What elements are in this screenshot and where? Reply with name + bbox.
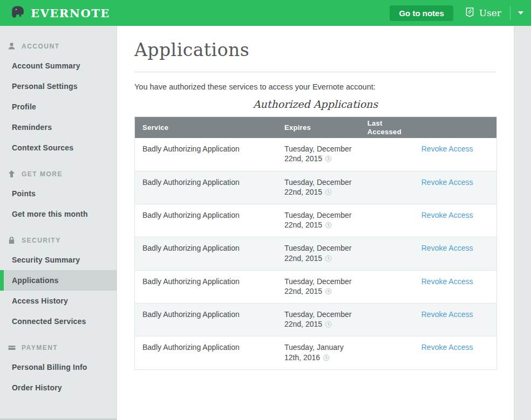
- last-accessed-cell: [360, 304, 414, 336]
- sidebar-item-connected-services[interactable]: Connected Services: [0, 311, 117, 332]
- column-header-actions: [414, 117, 497, 139]
- clock-icon: [323, 354, 330, 363]
- clock-icon: [325, 155, 332, 164]
- expires-cell: Tuesday, December 22nd, 2015: [277, 171, 360, 204]
- sidebar-item-personal-settings[interactable]: Personal Settings: [0, 76, 117, 97]
- service-cell: Badly Authorizing Application: [135, 270, 277, 303]
- clock-icon: [325, 254, 332, 264]
- table-row: Badly Authorizing Application Tuesday, D…: [135, 237, 497, 270]
- authorized-applications-table: Service Expires Last Accessed Badly Auth…: [134, 116, 497, 370]
- last-accessed-cell: [360, 204, 414, 237]
- sidebar-item-profile[interactable]: Profile: [0, 97, 117, 117]
- chevron-down-icon[interactable]: [518, 11, 523, 15]
- page-title: Applications: [134, 39, 496, 60]
- action-cell: Revoke Access: [414, 270, 497, 303]
- sidebar-item-applications[interactable]: Applications: [0, 270, 117, 291]
- expires-cell: Tuesday, December 22nd, 2015: [277, 304, 360, 336]
- action-cell: Revoke Access: [414, 237, 497, 270]
- user-badge-icon: [464, 6, 475, 20]
- credit-card-icon: [7, 343, 16, 352]
- top-header-bar: EVERNOTE Go to notes User: [0, 0, 531, 26]
- sidebar-item-order-history[interactable]: Order History: [0, 377, 117, 398]
- clock-icon: [325, 287, 332, 297]
- table-row: Badly Authorizing Application Tuesday, D…: [135, 138, 497, 171]
- expires-date: Tuesday, December 22nd, 2015: [284, 211, 352, 229]
- expires-cell: Tuesday, January 12th, 2016: [277, 336, 360, 369]
- table-caption: Authorized Applications: [134, 98, 496, 110]
- title-divider: [134, 72, 496, 72]
- evernote-logo[interactable]: EVERNOTE: [10, 4, 110, 22]
- sidebar-item-context-sources[interactable]: Context Sources: [0, 137, 117, 158]
- expires-date: Tuesday, December 22nd, 2015: [284, 144, 352, 163]
- action-cell: Revoke Access: [414, 138, 497, 171]
- last-accessed-cell: [360, 270, 414, 303]
- revoke-access-link[interactable]: Revoke Access: [421, 244, 473, 252]
- user-menu[interactable]: User: [464, 6, 501, 20]
- sidebar-item-personal-billing-info[interactable]: Personal Billing Info: [0, 357, 117, 377]
- table-header-row: Service Expires Last Accessed: [135, 117, 497, 139]
- clock-icon: [325, 221, 332, 231]
- table-row: Badly Authorizing Application Tuesday, D…: [135, 204, 497, 237]
- sidebar-item-account-summary[interactable]: Account Summary: [0, 56, 117, 76]
- table-row: Badly Authorizing Application Tuesday, J…: [135, 336, 497, 369]
- expires-cell: Tuesday, December 22nd, 2015: [277, 204, 360, 237]
- action-cell: Revoke Access: [414, 336, 497, 369]
- service-cell: Badly Authorizing Application: [135, 304, 277, 336]
- sidebar-item-access-history[interactable]: Access History: [0, 291, 117, 311]
- action-cell: Revoke Access: [414, 204, 497, 237]
- column-header-service: Service: [135, 117, 277, 139]
- service-cell: Badly Authorizing Application: [135, 171, 277, 204]
- expires-cell: Tuesday, December 22nd, 2015: [277, 270, 360, 303]
- applications-table-body: Badly Authorizing Application Tuesday, D…: [135, 138, 497, 369]
- elephant-icon: [10, 4, 26, 22]
- go-to-notes-button[interactable]: Go to notes: [390, 5, 453, 21]
- table-row: Badly Authorizing Application Tuesday, D…: [135, 171, 497, 204]
- action-cell: Revoke Access: [414, 304, 497, 336]
- revoke-access-link[interactable]: Revoke Access: [421, 178, 473, 187]
- service-cell: Badly Authorizing Application: [135, 138, 277, 171]
- action-cell: Revoke Access: [414, 171, 497, 204]
- sidebar-item-security-summary[interactable]: Security Summary: [0, 250, 117, 270]
- revoke-access-link[interactable]: Revoke Access: [421, 144, 473, 153]
- person-icon: [7, 42, 16, 50]
- sidebar-section-security-label: SECURITY: [22, 237, 61, 244]
- expires-date: Tuesday, December 22nd, 2015: [284, 178, 352, 196]
- expires-cell: Tuesday, December 22nd, 2015: [277, 237, 360, 270]
- sidebar-item-points[interactable]: Points: [0, 183, 117, 204]
- table-row: Badly Authorizing Application Tuesday, D…: [135, 304, 497, 336]
- sidebar-section-payment-label: PAYMENT: [22, 344, 58, 352]
- expires-date: Tuesday, December 22nd, 2015: [284, 310, 352, 328]
- last-accessed-cell: [360, 138, 414, 171]
- intro-text: You have authorized these services to ac…: [134, 82, 496, 91]
- sidebar-section-get-more-header: GET MORE: [0, 164, 117, 183]
- last-accessed-cell: [360, 237, 414, 270]
- clock-icon: [325, 188, 332, 198]
- revoke-access-link[interactable]: Revoke Access: [421, 211, 473, 219]
- service-cell: Badly Authorizing Application: [135, 237, 277, 270]
- column-header-expires: Expires: [277, 117, 360, 139]
- header-divider: [510, 6, 510, 20]
- sidebar-section-get-more: GET MORE Points Get more this month: [0, 164, 117, 224]
- revoke-access-link[interactable]: Revoke Access: [421, 343, 473, 352]
- sidebar-section-payment: PAYMENT Personal Billing Info Order Hist…: [0, 338, 117, 398]
- expires-cell: Tuesday, December 22nd, 2015: [277, 138, 360, 171]
- last-accessed-cell: [360, 336, 414, 369]
- lock-icon: [7, 236, 16, 244]
- clock-icon: [325, 320, 332, 330]
- sidebar-item-get-more-this-month[interactable]: Get more this month: [0, 204, 117, 224]
- revoke-access-link[interactable]: Revoke Access: [421, 310, 473, 319]
- up-arrow-icon: [7, 170, 16, 178]
- sidebar-section-payment-header: PAYMENT: [0, 338, 117, 357]
- main-content: Applications You have authorized these s…: [117, 26, 514, 420]
- revoke-access-link[interactable]: Revoke Access: [421, 277, 473, 286]
- column-header-last-accessed: Last Accessed: [360, 117, 414, 139]
- expires-date: Tuesday, December 22nd, 2015: [284, 244, 352, 262]
- expires-date: Tuesday, January 12th, 2016: [284, 343, 344, 361]
- sidebar-section-account-label: ACCOUNT: [22, 43, 60, 50]
- settings-sidebar: ACCOUNT Account Summary Personal Setting…: [0, 26, 117, 420]
- expires-date: Tuesday, December 22nd, 2015: [284, 277, 352, 295]
- table-row: Badly Authorizing Application Tuesday, D…: [135, 270, 497, 303]
- sidebar-section-security-header: SECURITY: [0, 231, 117, 250]
- sidebar-section-account-header: ACCOUNT: [0, 37, 117, 56]
- sidebar-item-reminders[interactable]: Reminders: [0, 117, 117, 137]
